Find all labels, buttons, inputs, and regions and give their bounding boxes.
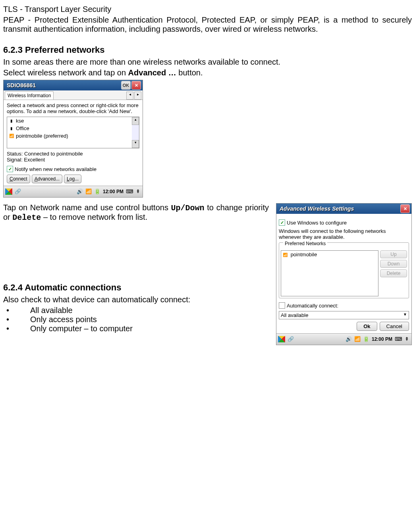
network-icon[interactable]: 🔗 — [288, 336, 294, 342]
s623-line1: In some areas there are more than one wi… — [3, 58, 412, 67]
keyboard-icon[interactable]: ⌨ — [395, 336, 401, 342]
status-text: Status: Connected to pointmobile — [7, 151, 139, 157]
chevron-down-icon: ▼ — [403, 312, 407, 318]
scroll-up[interactable]: ▴ — [132, 117, 139, 125]
instructions-text: Select a network and press connect or ri… — [7, 102, 139, 114]
between-a: Tap on Network name and use control butt… — [3, 203, 171, 212]
tray-icon[interactable]: 🔊 — [77, 188, 83, 195]
list-item[interactable]: ▮kse — [7, 117, 139, 125]
tab-scroll-right[interactable]: ▸ — [134, 92, 141, 100]
heading-623: 6.2.3 Preferred networks — [3, 45, 412, 55]
scroll-down[interactable]: ▾ — [132, 140, 139, 148]
antenna-icon: 📶 — [9, 134, 14, 138]
connect-button[interactable]: CConnectonnect — [7, 175, 30, 183]
advanced-button[interactable]: Advanced...Advanced... — [32, 175, 62, 183]
battery-icon[interactable]: 🔋 — [363, 336, 369, 342]
preferred-networks-group: Preferred Networks 📶 pointmobile Up Down… — [279, 242, 409, 298]
tls-line: TLS - Transport Layer Security — [3, 5, 412, 14]
use-windows-label: Use Windows to configure — [287, 220, 347, 226]
list-item[interactable]: 📶 pointmobile — [283, 252, 376, 257]
advanced-bold: Advanced … — [128, 68, 176, 77]
s623-line2b: button. — [176, 68, 203, 77]
notify-label: Notify when new networks available — [15, 166, 97, 172]
window-title: SDIO86861 — [5, 82, 120, 88]
scroll-track[interactable] — [132, 125, 139, 140]
notify-checkbox-row[interactable]: ✓ Notify when new networks available — [7, 166, 139, 172]
tab-scroll-left[interactable]: ◂ — [126, 92, 133, 100]
between-paragraph: Tap on Network name and use control butt… — [3, 203, 269, 222]
button-row: CConnectonnect Advanced...Advanced... Lo… — [7, 175, 139, 183]
s624-line: Also check to what device can automatica… — [3, 295, 269, 304]
clock: 12:00 PM — [103, 189, 124, 194]
list-item[interactable]: 📶pointmobile (preferred) — [7, 132, 139, 140]
tray-icon[interactable]: 📶 — [85, 188, 92, 195]
select-value: All available — [281, 312, 308, 318]
s623-line2a: Select wireless network and tap on — [3, 68, 128, 77]
signal-icon: ▮ — [9, 119, 14, 123]
auto-connect-label: Automatically connect: — [287, 303, 338, 309]
pane: ✓ Use Windows to configure Windows will … — [276, 214, 411, 333]
windows-flag-icon[interactable] — [278, 336, 285, 342]
scrollbar[interactable]: ▴ ▾ — [132, 117, 139, 148]
tab-row: Wireless Information ◂ ▸ — [4, 90, 143, 100]
keyboard-icon[interactable]: ⌨ — [126, 188, 132, 195]
delete-label: Delete — [12, 213, 41, 222]
net-name: pointmobile — [291, 252, 317, 257]
use-windows-checkbox-row[interactable]: ✓ Use Windows to configure — [279, 219, 409, 226]
net-name: Office — [16, 125, 29, 131]
up-arrow-icon[interactable]: ⇞ — [135, 188, 141, 195]
network-list[interactable]: ▮kse ▮Office 📶pointmobile (preferred) ▴ … — [7, 117, 139, 148]
screenshot-wireless-info: SDIO86861 OK ✕ Wireless Information ◂ ▸ … — [3, 80, 143, 198]
cancel-button[interactable]: Cancel — [380, 322, 409, 331]
up-arrow-icon[interactable]: ⇞ — [403, 336, 410, 342]
s623-line2: Select wireless network and tap on Advan… — [3, 68, 412, 77]
list-item[interactable]: ▮Office — [7, 125, 139, 132]
checkbox-checked-icon[interactable]: ✓ — [7, 166, 13, 172]
signal-icon: ▮ — [9, 126, 14, 131]
ok-button[interactable]: OK — [121, 81, 131, 90]
description-text: Windows will connect to the following ne… — [279, 228, 409, 240]
heading-624: 6.2.4 Automatic connections — [3, 282, 269, 293]
preferred-list[interactable]: 📶 pointmobile — [281, 250, 378, 296]
updown-label: Up/Down — [171, 204, 205, 213]
list-item: All available — [6, 306, 269, 315]
tray-icon[interactable]: 📶 — [354, 336, 361, 342]
between-c: – to remove network from list. — [41, 213, 147, 221]
taskbar: 🔗 🔊 📶 🔋 12:00 PM ⌨ ⇞ — [276, 333, 411, 345]
group-title: Preferred Networks — [283, 241, 327, 246]
delete-button[interactable]: Delete — [380, 269, 407, 277]
log-button[interactable]: Log...Log... — [64, 175, 81, 183]
windows-flag-icon[interactable] — [5, 188, 12, 195]
taskbar: 🔗 🔊 📶 🔋 12:00 PM ⌨ ⇞ — [4, 186, 143, 197]
list-item: Only access points — [6, 315, 269, 324]
clock: 12:00 PM — [372, 336, 392, 342]
net-name: kse — [16, 118, 24, 124]
pane: Select a network and press connect or ri… — [4, 100, 143, 186]
bullet-list: All available Only access points Only co… — [3, 306, 269, 333]
screenshot-advanced-settings: Advanced Wireless Settings ✕ ✓ Use Windo… — [276, 203, 412, 345]
titlebar: Advanced Wireless Settings ✕ — [276, 204, 411, 214]
window-title: Advanced Wireless Settings — [278, 206, 400, 212]
checkbox-unchecked-icon[interactable] — [279, 302, 285, 309]
list-item: Only computer – to computer — [6, 324, 269, 333]
side-buttons: Up Down Delete — [380, 250, 407, 296]
tab-wireless-info[interactable]: Wireless Information — [5, 91, 54, 100]
signal-text: Signal: Excellent — [7, 157, 139, 163]
down-button[interactable]: Down — [380, 260, 407, 268]
battery-icon[interactable]: 🔋 — [94, 188, 100, 195]
auto-connect-select[interactable]: All available ▼ — [279, 311, 409, 319]
network-icon[interactable]: 🔗 — [15, 188, 21, 195]
net-name: pointmobile (preferred) — [16, 133, 68, 139]
checkbox-checked-icon[interactable]: ✓ — [279, 219, 285, 226]
antenna-icon: 📶 — [283, 253, 288, 257]
tray-icon[interactable]: 🔊 — [346, 336, 352, 342]
dialog-buttons: Ok Cancel — [279, 322, 409, 331]
titlebar: SDIO86861 OK ✕ — [4, 80, 143, 90]
auto-connect-row[interactable]: Automatically connect: — [279, 302, 409, 309]
close-button[interactable]: ✕ — [400, 204, 410, 213]
close-button[interactable]: ✕ — [131, 81, 141, 90]
ok-button[interactable]: Ok — [357, 322, 377, 331]
up-button[interactable]: Up — [380, 250, 407, 258]
peap-line: PEAP - Protected Extensible Authenticati… — [3, 15, 412, 34]
